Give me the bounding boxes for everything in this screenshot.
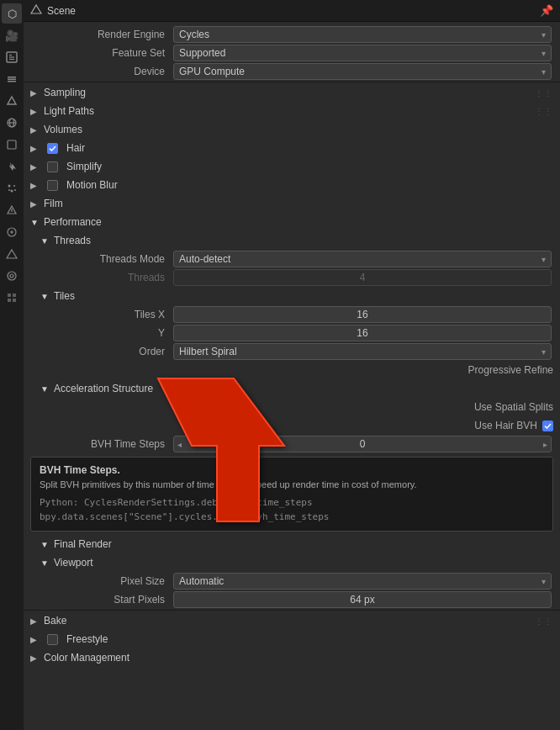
hair-label: Hair [66, 142, 85, 154]
svg-point-18 [10, 274, 13, 278]
sidebar-icon-world[interactable] [2, 113, 22, 133]
use-hair-bvh-content: Use Hair BVH [173, 420, 553, 431]
simplify-checkbox[interactable] [47, 161, 58, 172]
sidebar-icon-physics[interactable] [2, 200, 22, 220]
sidebar-icon-object[interactable] [2, 135, 22, 155]
volumes-label: Volumes [44, 124, 82, 135]
motionblur-section[interactable]: ▶ Motion Blur [24, 176, 560, 194]
threads-count-value: 4 [173, 269, 553, 286]
header: Scene 📌 [24, 0, 560, 22]
simplify-section[interactable]: ▶ Simplify [24, 157, 560, 176]
freestyle-checkbox[interactable] [47, 634, 58, 645]
tooltip-python-line1: Python: CyclesRenderSettings.debug_bvh_t… [40, 496, 544, 510]
bake-dots: ⋮⋮ [535, 616, 553, 626]
tiles-y-input[interactable]: 16 [173, 325, 553, 341]
freestyle-label: Freestyle [66, 633, 108, 645]
pin-icon[interactable]: 📌 [540, 4, 553, 17]
progressive-refine-row: Progressive Refine [24, 361, 560, 379]
viewport-subsection[interactable]: ▼ Viewport [24, 553, 560, 572]
sampling-dots: ⋮⋮ [535, 88, 553, 98]
lightpaths-section[interactable]: ▶ Light Paths ⋮⋮ [24, 102, 560, 120]
svg-marker-16 [7, 250, 17, 258]
svg-rect-8 [8, 140, 16, 149]
acceleration-label: Acceleration Structure [54, 383, 153, 394]
threads-count-row: Threads 4 [24, 268, 560, 287]
sampling-arrow: ▶ [30, 88, 40, 98]
performance-section[interactable]: ▼ Performance [24, 213, 560, 231]
sampling-section[interactable]: ▶ Sampling ⋮⋮ [24, 83, 560, 102]
threads-count-number: 4 [360, 272, 366, 283]
sidebar-icon-viewlayer[interactable] [2, 69, 22, 89]
properties-panel: Render Engine Cycles ▾ Feature Set Suppo… [24, 22, 560, 730]
film-section[interactable]: ▶ Film [24, 194, 560, 213]
film-label: Film [44, 198, 63, 209]
performance-label: Performance [44, 216, 102, 228]
threads-mode-arrow: ▾ [542, 255, 546, 264]
hair-checkbox[interactable] [47, 143, 58, 154]
sidebar-icon-modifier[interactable] [2, 156, 22, 177]
sidebar-icon-material[interactable] [2, 266, 22, 286]
sidebar-icon-constraints[interactable] [2, 222, 22, 242]
use-spatial-splits-row: Use Spatial Splits [24, 398, 560, 416]
sidebar-icon-data[interactable] [2, 244, 22, 264]
feature-set-label: Feature Set [30, 47, 173, 59]
viewport-arrow: ▼ [40, 558, 50, 568]
use-hair-bvh-checkbox[interactable] [542, 421, 553, 431]
lightpaths-label: Light Paths [44, 105, 94, 117]
sidebar-icon-texture[interactable] [2, 288, 22, 308]
render-engine-value: Cycles [179, 29, 209, 40]
bvh-time-steps-right-arrow: ▸ [543, 440, 547, 449]
bvh-time-steps-slider[interactable]: ◂ 0 ▸ [173, 436, 553, 452]
sidebar-icon-output[interactable] [2, 47, 22, 67]
threads-mode-row: Threads Mode Auto-detect ▾ [24, 250, 560, 268]
motionblur-arrow: ▶ [30, 181, 40, 190]
order-dropdown[interactable]: Hilbert Spiral ▾ [173, 343, 553, 360]
use-spatial-splits-content: Use Spatial Splits [173, 401, 553, 413]
sidebar: ⬡ 🎥 [0, 0, 24, 730]
svg-point-9 [8, 185, 11, 188]
tiles-subsection[interactable]: ▼ Tiles [24, 287, 560, 305]
sampling-label: Sampling [44, 87, 86, 98]
order-label: Order [30, 346, 173, 357]
viewport-label: Viewport [54, 557, 92, 569]
render-engine-dropdown[interactable]: Cycles ▾ [173, 26, 553, 43]
threads-label: Threads [54, 235, 91, 246]
svg-marker-4 [8, 97, 16, 104]
acceleration-arrow: ▼ [40, 384, 50, 394]
pixel-size-dropdown[interactable]: Automatic ▾ [173, 573, 553, 590]
feature-set-arrow: ▾ [542, 49, 546, 58]
sidebar-icon-scene2[interactable] [2, 91, 22, 111]
svg-marker-19 [31, 5, 41, 13]
volumes-section[interactable]: ▶ Volumes [24, 120, 560, 139]
performance-arrow: ▼ [30, 218, 40, 227]
device-dropdown[interactable]: GPU Compute ▾ [173, 63, 553, 80]
render-engine-label: Render Engine [30, 29, 173, 40]
start-pixels-input[interactable]: 64 px [173, 591, 553, 608]
sidebar-icon-render[interactable]: 🎥 [2, 25, 22, 45]
simplify-label: Simplify [66, 161, 102, 172]
acceleration-subsection[interactable]: ▼ Acceleration Structure [24, 379, 560, 398]
render-engine-row: Render Engine Cycles ▾ [24, 25, 560, 44]
hair-section[interactable]: ▶ Hair [24, 139, 560, 157]
pixel-size-row: Pixel Size Automatic ▾ [24, 572, 560, 590]
start-pixels-label: Start Pixels [30, 594, 173, 606]
scene-header-icon [30, 3, 42, 18]
tiles-x-label: Tiles X [30, 309, 173, 320]
color-management-section[interactable]: ▶ Color Management [24, 648, 560, 667]
tiles-x-row: Tiles X 16 [24, 305, 560, 324]
freestyle-arrow: ▶ [30, 635, 40, 644]
device-value: GPU Compute [179, 66, 245, 77]
sidebar-icon-particles[interactable] [2, 178, 22, 198]
freestyle-section[interactable]: ▶ Freestyle [24, 630, 560, 648]
threads-mode-dropdown[interactable]: Auto-detect ▾ [173, 251, 553, 267]
tiles-x-input[interactable]: 16 [173, 306, 553, 323]
device-row: Device GPU Compute ▾ [24, 62, 560, 81]
sidebar-icon-scene[interactable]: ⬡ [2, 3, 22, 24]
lightpaths-arrow: ▶ [30, 107, 40, 116]
motionblur-checkbox[interactable] [47, 180, 58, 191]
order-row: Order Hilbert Spiral ▾ [24, 342, 560, 361]
feature-set-dropdown[interactable]: Supported ▾ [173, 45, 553, 61]
threads-subsection[interactable]: ▼ Threads [24, 231, 560, 250]
final-render-subsection[interactable]: ▼ Final Render [24, 535, 560, 553]
bake-section[interactable]: ▶ Bake ⋮⋮ [24, 611, 560, 630]
